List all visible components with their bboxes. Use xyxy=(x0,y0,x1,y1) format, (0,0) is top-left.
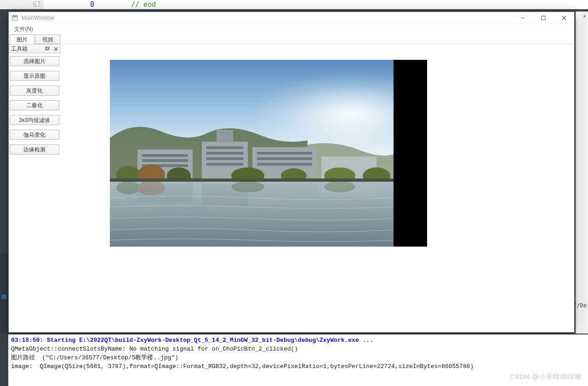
console-start-line: 03:18:50: Starting E:\2022QT\build-ZxyWo… xyxy=(11,337,373,344)
titlebar[interactable]: MainWindow xyxy=(9,12,574,24)
menubar: 文件(N) xyxy=(9,24,574,34)
maximize-button[interactable] xyxy=(533,12,554,24)
minimize-button[interactable] xyxy=(512,12,533,24)
edge-detect-button[interactable]: 边缘检测 xyxy=(10,144,59,155)
image-frame xyxy=(110,60,427,247)
window-title: MainWindow xyxy=(21,15,512,21)
background-scrollbar[interactable]: ▴ xyxy=(581,12,588,334)
tab-bar: 图片 视频 xyxy=(9,34,574,44)
show-original-button[interactable]: 显示原图 xyxy=(10,71,59,81)
toolbox-panel: 工具箱 选择图片 显示原图 灰度化 二极化 3x3均值滤波 伽马变化 边缘检测 xyxy=(9,44,60,332)
svg-rect-25 xyxy=(257,152,312,155)
token-comment: // eod xyxy=(131,0,156,9)
gamma-button[interactable]: 伽马变化 xyxy=(10,130,59,140)
menu-file[interactable]: 文件(N) xyxy=(11,24,36,34)
background-right-panel: ▴ 7/De xyxy=(576,12,588,334)
svg-rect-7 xyxy=(46,47,48,50)
tab-image[interactable]: 图片 xyxy=(10,35,34,44)
svg-rect-8 xyxy=(46,46,49,49)
float-icon[interactable] xyxy=(44,46,51,52)
background-path-fragment: 7/De xyxy=(573,302,587,309)
image-viewport xyxy=(60,44,574,332)
tab-label: 视频 xyxy=(42,36,53,44)
close-button[interactable] xyxy=(554,12,574,24)
choose-image-button[interactable]: 选择图片 xyxy=(10,56,59,66)
svg-rect-15 xyxy=(217,130,233,142)
code-content: 0// eod xyxy=(46,0,156,9)
svg-rect-19 xyxy=(142,159,188,162)
displayed-image xyxy=(110,60,394,247)
svg-point-42 xyxy=(137,180,165,195)
tab-video[interactable]: 视频 xyxy=(35,35,60,44)
workspace: 工具箱 选择图片 显示原图 灰度化 二极化 3x3均值滤波 伽马变化 边缘检测 xyxy=(9,44,574,332)
debug-console: 03:18:50: Starting E:\2022QT\build-ZxyWo… xyxy=(8,334,588,386)
toolbox-title: 工具箱 xyxy=(10,45,42,53)
console-line: 图片路径 ("C:/Users/36577/Desktop/5教学楼..jpg"… xyxy=(11,354,178,361)
svg-rect-18 xyxy=(142,154,188,157)
svg-rect-26 xyxy=(257,157,312,160)
svg-rect-24 xyxy=(206,163,243,166)
main-window: MainWindow 文件(N) 图片 视频 工具箱 xyxy=(8,12,575,333)
background-left-strip xyxy=(0,253,8,334)
svg-rect-27 xyxy=(257,163,312,166)
app-icon xyxy=(9,15,21,21)
svg-point-43 xyxy=(231,181,264,192)
mean-filter-button[interactable]: 3x3均值滤波 xyxy=(10,115,59,125)
console-line: image: QImage(QSize(5681, 3787),format=Q… xyxy=(11,363,474,370)
gutter-line-number: 67 xyxy=(0,0,44,9)
warning-icon xyxy=(1,294,7,300)
svg-rect-4 xyxy=(542,16,545,20)
tool-buttons: 选择图片 显示原图 灰度化 二极化 3x3均值滤波 伽马变化 边缘检测 xyxy=(9,53,60,157)
binarize-button[interactable]: 二极化 xyxy=(10,100,59,110)
console-line: QMetaObject::connectSlotsByName: No matc… xyxy=(11,346,298,352)
close-icon[interactable] xyxy=(52,46,59,52)
token-number: 0 xyxy=(90,0,94,9)
background-code-strip: 67 0// eod xyxy=(0,0,588,9)
scroll-up-icon[interactable]: ▴ xyxy=(581,12,588,19)
svg-rect-0 xyxy=(2,294,6,299)
svg-rect-23 xyxy=(206,157,243,160)
svg-rect-22 xyxy=(206,152,243,155)
grayscale-button[interactable]: 灰度化 xyxy=(10,86,59,96)
svg-point-44 xyxy=(324,181,355,192)
toolbox-header[interactable]: 工具箱 xyxy=(9,44,60,53)
svg-rect-2 xyxy=(12,16,17,17)
svg-rect-21 xyxy=(206,146,243,149)
tab-label: 图片 xyxy=(17,36,28,44)
svg-point-41 xyxy=(116,181,140,194)
